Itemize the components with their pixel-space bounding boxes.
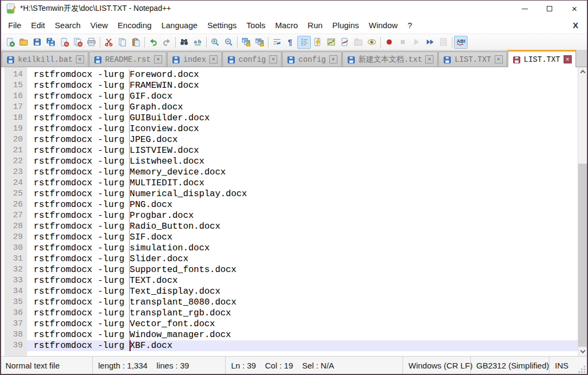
tab-close-button[interactable]: ×	[269, 55, 277, 63]
code-line: 23rstfromdocx -lurg Memory_device.docx	[1, 167, 578, 178]
tab-close-button[interactable]: ×	[329, 55, 337, 63]
vertical-scrollbar[interactable]	[578, 67, 587, 356]
line-number: 31	[1, 254, 27, 264]
close-icon: ×	[572, 4, 577, 14]
line-text: rstfromdocx -lurg PNG.docx	[27, 199, 578, 210]
document-map-button[interactable]	[324, 36, 338, 49]
show-all-characters-button[interactable]: ¶	[284, 36, 297, 49]
resize-grip[interactable]	[578, 365, 587, 374]
code-line: 39rstfromdocx -lurg XBF.docx	[1, 340, 578, 351]
menu-item-file[interactable]: File	[3, 18, 26, 33]
undo-button[interactable]	[146, 36, 160, 49]
new-file-button[interactable]	[3, 36, 17, 49]
find-button[interactable]	[177, 36, 191, 49]
menubar-close-button[interactable]: X	[566, 21, 585, 30]
close-all-button[interactable]	[71, 36, 85, 49]
indent-guide-button[interactable]	[297, 36, 311, 49]
save-button[interactable]	[30, 36, 44, 49]
macro-record-button[interactable]	[382, 36, 396, 49]
tab-close-button[interactable]: ×	[76, 55, 84, 63]
toolbar-separator	[206, 37, 207, 48]
line-number: 20	[1, 134, 27, 145]
copy-button[interactable]	[116, 36, 129, 49]
menu-item-run[interactable]: Run	[303, 18, 328, 33]
macro-run-multiple-button[interactable]	[423, 36, 437, 49]
menu-item-window[interactable]: Window	[364, 18, 402, 33]
tab--.txt[interactable]: 新建文本文档.txt×	[342, 51, 438, 67]
line-number: 27	[1, 210, 27, 221]
macro-save-button[interactable]	[437, 36, 450, 49]
menu-item-view[interactable]: View	[86, 18, 113, 33]
tab-config[interactable]: config×	[222, 51, 282, 67]
line-number: 26	[1, 199, 27, 210]
code-line: 19rstfromdocx -lurg Iconview.docx	[1, 124, 578, 134]
line-text: rstfromdocx -lurg Memory_device.docx	[27, 167, 578, 178]
tab-readme.rst[interactable]: README.rst×	[89, 51, 167, 67]
tab-close-button[interactable]: ×	[209, 55, 218, 63]
menu-item-macro[interactable]: Macro	[270, 18, 303, 33]
tab-list.txt[interactable]: LIST.TXT×	[438, 51, 507, 67]
notepad-plus-plus-window: *H:\STemwin开发\doc\LIST.TXT - Notepad++ ×…	[0, 0, 588, 375]
svg-text:b: b	[198, 38, 201, 44]
tab-config[interactable]: config×	[282, 51, 341, 67]
menu-item-encoding[interactable]: Encoding	[113, 18, 157, 33]
macro-stop-button[interactable]	[396, 36, 410, 49]
menu-item-edit[interactable]: Edit	[26, 18, 50, 33]
menu-item-settings[interactable]: Settings	[202, 18, 241, 33]
save-all-button[interactable]	[44, 36, 57, 49]
line-number: 36	[1, 308, 27, 319]
line-text: rstfromdocx -lurg Graph.docx	[27, 102, 578, 113]
tab-close-button[interactable]: ×	[154, 55, 162, 63]
tab-close-button[interactable]: ×	[564, 55, 572, 63]
tab-close-button[interactable]: ×	[495, 55, 503, 63]
open-icon	[19, 37, 28, 47]
scroll-down-button[interactable]	[578, 347, 587, 356]
close-button[interactable]	[57, 36, 71, 49]
cut-button[interactable]	[102, 36, 116, 49]
menu-item-language[interactable]: Language	[156, 18, 202, 33]
editor-area[interactable]: 14rstfromdocx -lurg Foreword.docx15rstfr…	[1, 67, 587, 356]
sync-vertical-scroll-button[interactable]	[239, 36, 253, 49]
paste-button[interactable]	[129, 36, 143, 49]
print-button[interactable]	[85, 36, 98, 49]
tab-keilkill.bat[interactable]: keilkill.bat×	[2, 51, 88, 67]
menu-item-tools[interactable]: Tools	[241, 18, 270, 33]
line-text: rstfromdocx -lurg SIF.docx	[27, 232, 578, 243]
menu-item-search[interactable]: Search	[50, 18, 86, 33]
code-line: 24rstfromdocx -lurg MULTIEDIT.docx	[1, 178, 578, 189]
menu-item-help[interactable]: ?	[402, 18, 417, 33]
zoom-out-button[interactable]	[222, 36, 235, 49]
monitoring-button[interactable]	[365, 36, 379, 49]
chevron-down-icon	[580, 348, 585, 353]
tab-list.txt[interactable]: LIST.TXT×	[508, 50, 576, 67]
spell-check-button[interactable]: ABC	[454, 36, 468, 49]
code-line: 21rstfromdocx -lurg LISTVIEW.docx	[1, 145, 578, 156]
saved-file-icon	[6, 55, 15, 64]
document-switcher-button[interactable]	[338, 36, 351, 49]
code-line: 18rstfromdocx -lurg GUIBuilder.docx	[1, 113, 578, 124]
word-wrap-button[interactable]	[270, 36, 284, 49]
line-text: rstfromdocx -lurg XBF.docx	[27, 340, 578, 351]
toolbar-separator	[452, 37, 452, 48]
zoom-in-button[interactable]	[208, 36, 222, 49]
minimize-button[interactable]	[512, 1, 537, 17]
open-button[interactable]	[17, 36, 30, 49]
minimize-icon	[522, 9, 528, 9]
maximize-button[interactable]	[537, 1, 562, 17]
tab-close-button[interactable]: ×	[425, 55, 433, 63]
code-line: 25rstfromdocx -lurg Numerical_display.do…	[1, 189, 578, 199]
scroll-up-button[interactable]	[578, 67, 587, 76]
folder-as-workspace-button[interactable]	[351, 36, 365, 49]
redo-button[interactable]	[160, 36, 174, 49]
line-text: rstfromdocx -lurg Numerical_display.docx	[27, 189, 578, 199]
replace-button[interactable]: ab	[191, 36, 204, 49]
line-text: rstfromdocx -lurg Listwheel.docx	[27, 156, 578, 167]
scrollbar-thumb[interactable]	[578, 164, 587, 347]
close-button[interactable]: ×	[562, 1, 587, 17]
function-list-button[interactable]	[311, 36, 324, 49]
tab-index[interactable]: index×	[167, 51, 222, 67]
macro-play-button[interactable]	[410, 36, 423, 49]
menu-item-plugins[interactable]: Plugins	[328, 18, 364, 33]
sync-horizontal-scroll-button[interactable]	[253, 36, 266, 49]
toolbar-separator	[100, 37, 100, 48]
